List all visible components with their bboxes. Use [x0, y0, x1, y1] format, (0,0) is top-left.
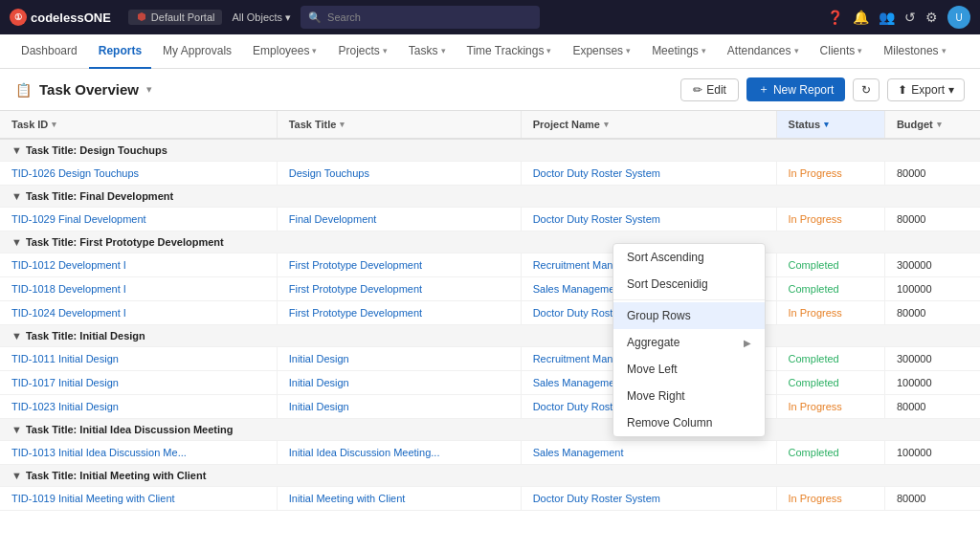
cell-task-id: TID-1017 Initial Design — [0, 371, 277, 395]
menu-item-aggregate[interactable]: Aggregate▶ — [613, 329, 765, 356]
menu-item-move-left[interactable]: Move Left — [613, 356, 765, 383]
sidebar-item-meetings[interactable]: Meetings ▾ — [642, 34, 716, 69]
sidebar-item-attendances[interactable]: Attendances ▾ — [718, 34, 809, 69]
task-id-link[interactable]: TID-1023 Initial Design — [11, 401, 119, 412]
app-logo[interactable]: ① codelessONE — [10, 9, 111, 26]
table-group-row[interactable]: ▼Task Title: Design Touchups — [0, 139, 980, 162]
group-expand-icon[interactable]: ▼ — [11, 236, 22, 248]
project-link[interactable]: Sales Management — [533, 283, 624, 295]
sidebar-item-dashboard[interactable]: Dashboard — [11, 34, 87, 69]
task-title-link[interactable]: Final Development — [289, 213, 377, 225]
edit-button[interactable]: ✏ Edit — [680, 78, 739, 101]
cell-task-id: TID-1011 Initial Design — [0, 347, 277, 371]
sidebar-item-reports[interactable]: Reports — [89, 34, 151, 69]
group-expand-icon[interactable]: ▼ — [11, 190, 22, 202]
cell-status: Completed — [776, 347, 884, 371]
page-icon: 📋 — [15, 82, 32, 98]
task-id-link[interactable]: TID-1018 Development I — [11, 283, 126, 295]
table-row: TID-1019 Initial Meeting with Client Ini… — [0, 487, 980, 511]
menu-item-sort-desc[interactable]: Sort Descenidig — [613, 271, 765, 298]
sidebar-item-employees[interactable]: Employees ▾ — [243, 34, 326, 69]
sidebar-item-my-approvals[interactable]: My Approvals — [153, 34, 241, 69]
table-group-row[interactable]: ▼Task Title: Initial Design — [0, 325, 980, 347]
group-expand-icon[interactable]: ▼ — [11, 470, 22, 481]
task-id-link[interactable]: TID-1019 Initial Meeting with Client — [11, 493, 175, 504]
title-chevron-icon[interactable]: ▾ — [146, 83, 152, 96]
milestones-chevron: ▾ — [942, 46, 947, 55]
search-input[interactable] — [327, 11, 532, 23]
sidebar-item-expenses[interactable]: Expenses ▾ — [563, 34, 640, 69]
task-id-link[interactable]: TID-1026 Design Touchups — [11, 167, 139, 179]
col-project-name[interactable]: Project Name ▾ — [521, 111, 776, 139]
sidebar-item-tasks[interactable]: Tasks ▾ — [399, 34, 456, 69]
new-report-button[interactable]: ＋ New Report — [746, 77, 845, 101]
history-icon[interactable]: ↺ — [904, 10, 916, 25]
table-group-row[interactable]: ▼Task Title: Initial Meeting with Client — [0, 465, 980, 487]
status-column-menu: Sort AscendingSort DescenidigGroup RowsA… — [612, 243, 766, 437]
expenses-chevron: ▾ — [626, 46, 631, 55]
task-title-link[interactable]: First Prototype Development — [289, 307, 422, 319]
task-title-link[interactable]: Initial Design — [289, 377, 349, 388]
all-objects-dropdown[interactable]: All Objects ▾ — [232, 11, 291, 24]
sidebar-item-milestones[interactable]: Milestones ▾ — [874, 34, 955, 69]
notifications-icon[interactable]: 🔔 — [853, 10, 869, 25]
menu-label-group-rows: Group Rows — [627, 309, 691, 322]
col-status[interactable]: Status ▾ — [776, 111, 884, 139]
menu-item-move-right[interactable]: Move Right — [613, 383, 765, 409]
task-title-link[interactable]: Design Touchups — [289, 167, 369, 179]
settings-icon[interactable]: ⚙ — [925, 10, 938, 25]
group-title: Task Title: First Prototype Development — [26, 236, 224, 248]
refresh-button[interactable]: ↻ — [853, 78, 880, 101]
group-expand-icon[interactable]: ▼ — [11, 330, 22, 342]
export-button[interactable]: ⬆ Export ▾ — [887, 78, 965, 101]
col-budget-label: Budget — [897, 119, 933, 130]
sidebar-item-projects[interactable]: Projects ▾ — [328, 34, 396, 69]
sidebar-item-time-trackings[interactable]: Time Trackings ▾ — [457, 34, 562, 69]
task-id-link[interactable]: TID-1011 Initial Design — [11, 353, 119, 364]
cell-budget: 100000 — [884, 441, 980, 465]
task-title-link[interactable]: First Prototype Development — [289, 259, 422, 271]
budget-value: 300000 — [897, 259, 932, 271]
group-expand-icon[interactable]: ▼ — [11, 144, 22, 156]
group-expand-icon[interactable]: ▼ — [11, 424, 22, 435]
table-group-row[interactable]: ▼Task Title: First Prototype Development — [0, 231, 980, 253]
attendances-label: Attendances — [727, 44, 791, 57]
project-link[interactable]: Doctor Duty Roster System — [533, 167, 660, 179]
task-title-link[interactable]: Initial Design — [289, 353, 349, 364]
project-link[interactable]: Sales Management — [533, 447, 624, 458]
task-id-link[interactable]: TID-1012 Development I — [11, 259, 126, 271]
project-link[interactable]: Sales Management — [533, 377, 624, 388]
task-title-link[interactable]: Initial Design — [289, 401, 349, 412]
cell-status: Completed — [776, 371, 884, 395]
table-group-row[interactable]: ▼Task Title: Final Development — [0, 186, 980, 208]
col-task-title[interactable]: Task Title ▾ — [277, 111, 521, 139]
user-avatar[interactable]: U — [947, 6, 970, 29]
menu-item-sort-asc[interactable]: Sort Ascending — [613, 244, 765, 271]
meetings-chevron: ▾ — [702, 46, 706, 55]
global-search[interactable]: 🔍 — [301, 6, 540, 29]
projects-chevron: ▾ — [383, 46, 388, 55]
task-id-link[interactable]: TID-1013 Initial Idea Discussion Me... — [11, 447, 187, 458]
cell-project-name: Doctor Duty Roster System — [521, 162, 776, 186]
table-group-row[interactable]: ▼Task Title: Initial Idea Discussion Mee… — [0, 419, 980, 441]
col-budget[interactable]: Budget ▾ — [884, 111, 980, 139]
col-task-id[interactable]: Task ID ▾ — [0, 111, 277, 139]
task-id-link[interactable]: TID-1029 Final Development — [11, 213, 146, 225]
users-icon[interactable]: 👥 — [879, 10, 895, 25]
menu-item-remove-column[interactable]: Remove Column — [613, 409, 765, 436]
cell-budget: 100000 — [884, 371, 980, 395]
project-link[interactable]: Doctor Duty Roster System — [533, 493, 660, 504]
task-title-link[interactable]: First Prototype Development — [289, 283, 422, 295]
task-title-link[interactable]: Initial Idea Discussion Meeting... — [289, 447, 440, 458]
sidebar-item-clients[interactable]: Clients ▾ — [811, 34, 873, 69]
project-link[interactable]: Doctor Duty Roster System — [533, 213, 660, 225]
menu-item-group-rows[interactable]: Group Rows — [613, 302, 765, 329]
task-id-link[interactable]: TID-1024 Development I — [11, 307, 126, 319]
export-label: Export — [911, 83, 945, 97]
status-value: Completed — [789, 447, 839, 458]
help-icon[interactable]: ❓ — [827, 10, 843, 25]
task-id-link[interactable]: TID-1017 Initial Design — [11, 377, 119, 388]
portal-badge[interactable]: Default Portal — [128, 10, 223, 25]
cell-status: In Progress — [776, 487, 884, 511]
task-title-link[interactable]: Initial Meeting with Client — [289, 493, 406, 504]
